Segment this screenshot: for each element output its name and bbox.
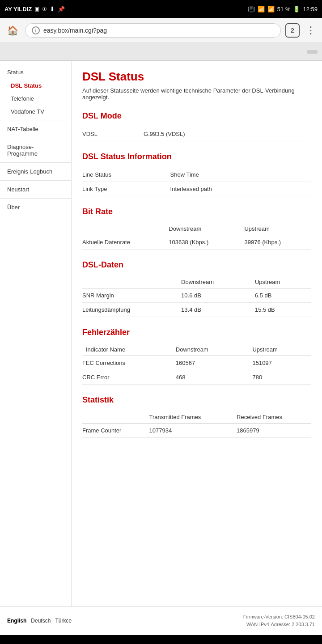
line-status-value: Show Time [167, 168, 293, 182]
section-title-fehler: Fehlerzähler [82, 328, 311, 337]
col-upstream: Upstream [249, 343, 311, 356]
browser-bar: 🏠 i easy.box/main.cgi?pag 2 ⋮ [0, 18, 322, 43]
firmware-version: Firmware-Version: CIS804-05.02 [243, 613, 315, 621]
section-title-dsl-mode: DSL Mode [82, 111, 311, 121]
table-header-row: Indicator Name Downstream Upstream [82, 343, 311, 356]
section-title-statistik: Statistik [82, 395, 311, 405]
table-row: VDSL G.993.5 (VDSL) [82, 127, 311, 141]
col-downstream: Downstream [172, 343, 249, 356]
page-title: DSL Status [82, 70, 311, 84]
sidebar: Status DSL Status Telefonie Vodafone TV … [0, 61, 72, 606]
sidebar-divider-4 [0, 180, 71, 181]
sidebar-divider-5 [0, 198, 71, 199]
signal-num-icon: ① [42, 6, 47, 12]
lang-turkce[interactable]: Türkce [55, 618, 72, 624]
col-downstream: Downstream [178, 276, 251, 288]
sidebar-item-telefonie[interactable]: Telefonie [0, 92, 71, 105]
main-layout: Status DSL Status Telefonie Vodafone TV … [0, 61, 322, 606]
frame-transmitted: 1077934 [146, 424, 233, 438]
menu-dots-button[interactable]: ⋮ [304, 23, 318, 38]
sidebar-item-status[interactable]: Status [0, 65, 71, 79]
sidebar-item-vodafone-tv[interactable]: Vodafone TV [0, 105, 71, 118]
lang-deutsch[interactable]: Deutsch [31, 618, 51, 624]
col-upstream: Upstream [251, 276, 311, 288]
footer-info: Firmware-Version: CIS804-05.02 WAN-IPv4-… [243, 613, 315, 629]
battery-level: 51 % [277, 6, 291, 13]
vdsl-value: G.993.5 (VDSL) [140, 127, 289, 141]
sidebar-item-ereignis[interactable]: Ereignis-Logbuch [0, 165, 71, 178]
download-icon: ⬇ [50, 5, 55, 13]
aktuelle-upstream: 39976 (Kbps.) [241, 235, 311, 250]
table-header-row: Downstream Upstream [82, 223, 311, 235]
line-status-label: Line Status [82, 168, 167, 182]
leitung-label: Leitungsdämpfung [82, 303, 178, 317]
language-selector: English Deutsch Türkce [7, 618, 72, 624]
wifi-icon: 📶 [258, 6, 265, 13]
table-row: CRC Error 468 780 [82, 370, 311, 385]
frame-received: 1865979 [233, 424, 311, 438]
status-right: 📳 📶 📶 51 % 🔋 12:59 [248, 6, 318, 13]
content-area: DSL Status Auf dieser Statusseite werden… [72, 61, 322, 606]
page-description: Auf dieser Statusseite werden wichtige t… [82, 87, 311, 101]
col-downstream: Downstream [165, 223, 241, 235]
bit-rate-table: Downstream Upstream Aktuelle Datenrate 1… [82, 223, 311, 250]
snr-upstream: 6.5 dB [251, 288, 311, 303]
aktuelle-downstream: 103638 (Kbps.) [165, 235, 241, 250]
page-footer: English Deutsch Türkce Firmware-Version:… [0, 606, 322, 635]
sidebar-item-dsl-status[interactable]: DSL Status [0, 79, 71, 92]
crc-label: CRC Error [82, 370, 172, 385]
link-type-label: Link Type [82, 182, 167, 196]
home-button[interactable]: 🏠 [4, 22, 21, 38]
recent-apps-button[interactable]: □ [239, 639, 262, 644]
aktuelle-label: Aktuelle Datenrate [82, 235, 165, 250]
section-title-dsl-info: DSL Status Information [82, 152, 311, 161]
back-button[interactable]: ◁ [59, 639, 84, 644]
table-header-row: Transmitted Frames Received Frames [82, 411, 311, 424]
page-wrapper: Status DSL Status Telefonie Vodafone TV … [0, 61, 322, 635]
sidebar-item-diagnose[interactable]: Diagnose-Programme [0, 140, 71, 161]
sidebar-divider-3 [0, 162, 71, 163]
sidebar-divider-2 [0, 138, 71, 138]
android-nav-bar: ◁ ○ □ [0, 635, 322, 644]
url-text: easy.box/main.cgi?pag [43, 27, 107, 34]
statistik-table: Transmitted Frames Received Frames Frame… [82, 411, 311, 438]
col-empty [82, 276, 178, 288]
table-row: Frame Counter 1077934 1865979 [82, 424, 311, 438]
table-row: FEC Corrections 160567 151097 [82, 356, 311, 370]
wan-ip: WAN-IPv4-Adresse: 2.203.3.71 [243, 621, 315, 629]
pin-icon: 📌 [58, 6, 65, 13]
lang-english[interactable]: English [7, 618, 26, 624]
fec-upstream: 151097 [249, 356, 311, 370]
dsl-info-table: Line Status Show Time Link Type Interlea… [82, 168, 311, 196]
dsl-daten-table: Downstream Upstream SNR Margin 10.6 dB 6… [82, 276, 311, 317]
section-title-dsl-daten: DSL-Daten [82, 260, 311, 270]
tab-count[interactable]: 2 [285, 23, 300, 38]
signal-icon: 📶 [267, 6, 275, 13]
home-nav-button[interactable]: ○ [150, 639, 173, 644]
frame-label: Frame Counter [82, 424, 146, 438]
info-icon: i [32, 26, 40, 34]
sidebar-item-nat[interactable]: NAT-Tabelle [0, 122, 71, 136]
link-type-value: Interleaved path [167, 182, 293, 196]
snr-label: SNR Margin [82, 288, 178, 303]
dsl-mode-table: VDSL G.993.5 (VDSL) [82, 127, 311, 141]
url-bar[interactable]: i easy.box/main.cgi?pag [25, 23, 281, 38]
snr-downstream: 10.6 dB [178, 288, 251, 303]
top-bar-button[interactable] [307, 50, 318, 54]
carrier-name: AY YILDIZ [4, 6, 32, 13]
table-row: SNR Margin 10.6 dB 6.5 dB [82, 288, 311, 303]
leitung-upstream: 15.5 dB [251, 303, 311, 317]
fec-label: FEC Corrections [82, 356, 172, 370]
sidebar-item-neustart[interactable]: Neustart [0, 182, 71, 196]
col-upstream: Upstream [241, 223, 311, 235]
col-empty [82, 411, 146, 424]
table-row: Link Type Interleaved path [82, 182, 311, 196]
vibrate-icon: 📳 [248, 6, 255, 13]
sidebar-item-uber[interactable]: Über [0, 200, 71, 214]
status-left: AY YILDIZ ▣ ① ⬇ 📌 [4, 5, 65, 13]
table-row: Leitungsdämpfung 13.4 dB 15.5 dB [82, 303, 311, 317]
col-transmitted: Transmitted Frames [146, 411, 233, 424]
table-header-row: Downstream Upstream [82, 276, 311, 288]
table-row: Line Status Show Time [82, 168, 311, 182]
vdsl-label: VDSL [82, 127, 140, 141]
